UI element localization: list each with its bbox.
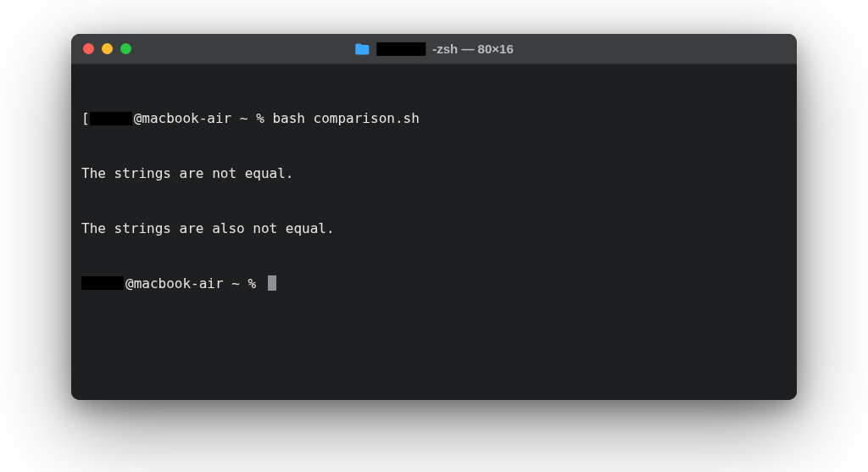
redacted-username — [90, 112, 132, 125]
folder-icon — [354, 43, 370, 55]
prompt-host: @macbook-air ~ % — [125, 275, 264, 293]
command-text: bash comparison.sh — [272, 109, 419, 128]
output-line-2: The strings are also not equal. — [81, 219, 787, 238]
output-line-1: The strings are not equal. — [81, 164, 787, 183]
minimize-icon[interactable] — [102, 43, 113, 54]
window-title: -zsh — 80×16 — [354, 42, 513, 56]
terminal-body[interactable]: [@macbook-air ~ % bash comparison.sh The… — [71, 64, 797, 400]
terminal-window: -zsh — 80×16 [@macbook-air ~ % bash comp… — [71, 34, 797, 400]
titlebar: -zsh — 80×16 — [71, 34, 797, 64]
prompt-line-1: [@macbook-air ~ % bash comparison.sh — [81, 109, 787, 128]
title-text: -zsh — 80×16 — [432, 42, 513, 56]
prompt-host: @macbook-air ~ % — [134, 109, 273, 128]
traffic-lights — [83, 43, 131, 54]
prompt-line-2: @macbook-air ~ % — [81, 275, 787, 293]
open-bracket: [ — [81, 109, 90, 128]
maximize-icon[interactable] — [120, 43, 131, 54]
close-icon[interactable] — [83, 43, 94, 54]
cursor-icon — [268, 275, 276, 291]
redacted-username — [81, 276, 124, 290]
redacted-username-title — [376, 42, 426, 56]
